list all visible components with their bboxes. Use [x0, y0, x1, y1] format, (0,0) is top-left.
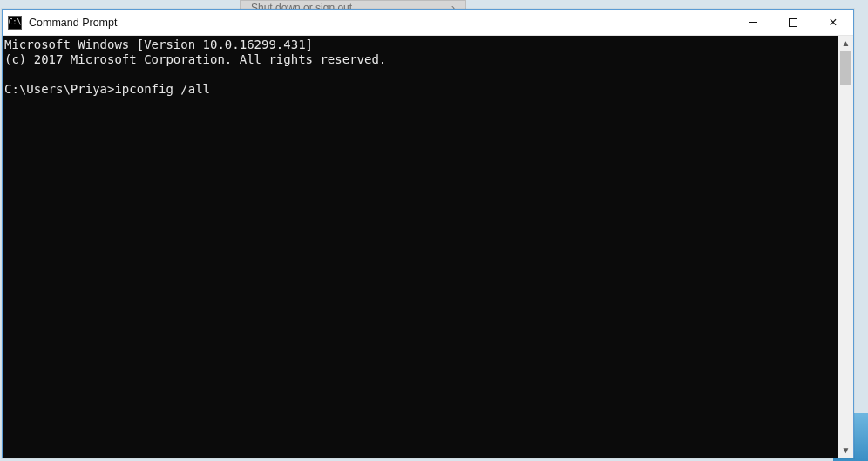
window-title: Command Prompt [29, 17, 117, 29]
close-icon: × [829, 16, 837, 30]
minimize-button[interactable] [733, 10, 773, 35]
scroll-down-icon[interactable]: ▼ [838, 443, 853, 458]
maximize-button[interactable] [773, 10, 813, 35]
scroll-up-icon[interactable]: ▲ [838, 36, 853, 51]
terminal-output[interactable]: Microsoft Windows [Version 10.0.16299.43… [3, 36, 838, 458]
window-controls: × [733, 10, 853, 35]
scroll-track[interactable] [838, 51, 853, 443]
scroll-thumb[interactable] [840, 51, 851, 85]
minimize-icon [749, 22, 757, 23]
app-icon: C:\ [8, 16, 22, 30]
window-client-area: Microsoft Windows [Version 10.0.16299.43… [3, 36, 853, 458]
command-prompt-window: C:\ Command Prompt × Microsoft Windows [… [2, 9, 854, 458]
close-button[interactable]: × [813, 10, 853, 35]
titlebar[interactable]: C:\ Command Prompt × [3, 10, 853, 36]
maximize-icon [789, 18, 797, 27]
vertical-scrollbar[interactable]: ▲ ▼ [838, 36, 853, 458]
